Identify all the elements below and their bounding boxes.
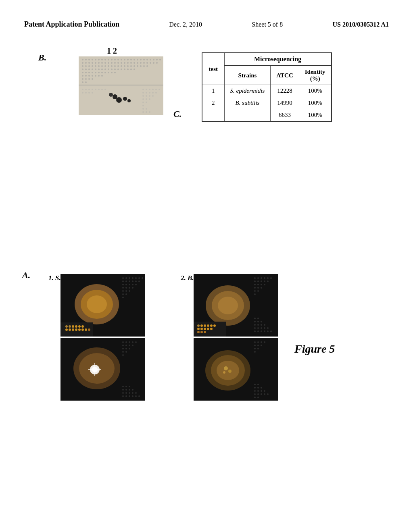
svg-point-184 [125, 281, 127, 282]
svg-point-33 [98, 62, 100, 64]
svg-point-167 [81, 325, 84, 328]
svg-point-31 [92, 62, 93, 64]
table-cell-strains-2: B. subtilis [224, 97, 271, 109]
svg-point-320 [254, 351, 256, 353]
svg-point-250 [200, 324, 203, 327]
svg-point-13 [114, 59, 116, 60]
svg-point-80 [104, 69, 106, 70]
svg-point-223 [122, 351, 124, 353]
svg-point-196 [129, 287, 130, 289]
svg-point-114 [109, 93, 113, 97]
svg-point-264 [257, 277, 259, 279]
svg-point-82 [111, 69, 113, 70]
svg-point-27 [159, 59, 161, 60]
svg-point-225 [122, 354, 124, 356]
svg-point-129 [88, 92, 90, 94]
svg-point-188 [138, 281, 140, 282]
svg-point-104 [92, 75, 93, 77]
svg-point-290 [257, 324, 259, 326]
svg-point-160 [87, 295, 107, 313]
svg-point-44 [133, 62, 135, 64]
svg-point-56 [95, 65, 96, 67]
section-b-number: 1 2 [107, 46, 117, 56]
svg-point-309 [228, 370, 232, 373]
svg-point-334 [267, 393, 269, 395]
table-header-strains: Strains [224, 66, 271, 85]
svg-point-117 [123, 97, 127, 101]
svg-point-282 [257, 290, 259, 292]
svg-point-176 [122, 277, 124, 279]
svg-point-235 [129, 392, 130, 394]
svg-point-269 [254, 281, 256, 282]
section-c-label: C. [173, 109, 181, 119]
svg-point-87 [127, 69, 129, 70]
svg-point-75 [88, 69, 90, 70]
svg-point-163 [69, 325, 71, 328]
svg-point-24 [150, 59, 151, 60]
svg-point-3 [82, 59, 83, 60]
svg-point-12 [111, 59, 113, 60]
svg-point-5 [88, 59, 90, 60]
svg-point-103 [88, 75, 90, 77]
svg-point-98 [108, 72, 109, 73]
svg-point-101 [82, 75, 83, 77]
svg-point-336 [257, 397, 259, 398]
svg-point-6 [92, 59, 93, 60]
svg-point-294 [257, 327, 259, 329]
svg-point-227 [125, 386, 127, 387]
svg-point-259 [210, 328, 213, 330]
svg-point-144 [149, 95, 150, 97]
svg-point-272 [264, 281, 265, 282]
svg-point-326 [254, 390, 256, 392]
svg-point-308 [224, 366, 228, 370]
svg-point-275 [257, 284, 259, 285]
svg-point-64 [121, 65, 122, 67]
svg-point-52 [82, 65, 83, 67]
svg-point-221 [125, 348, 127, 349]
svg-point-77 [95, 69, 96, 70]
svg-point-28 [82, 62, 83, 64]
svg-point-256 [200, 328, 203, 330]
svg-point-260 [197, 331, 200, 333]
svg-point-14 [117, 59, 119, 60]
svg-point-281 [254, 290, 256, 292]
svg-point-200 [129, 290, 130, 292]
svg-point-133 [149, 89, 150, 90]
svg-point-173 [81, 328, 84, 331]
svg-point-289 [254, 324, 256, 326]
svg-point-242 [135, 395, 137, 397]
svg-point-47 [143, 62, 145, 64]
svg-point-85 [121, 69, 122, 70]
svg-rect-0 [79, 56, 163, 85]
svg-point-78 [98, 69, 100, 70]
svg-point-251 [204, 324, 206, 327]
svg-point-93 [92, 72, 93, 73]
svg-point-140 [152, 92, 154, 94]
svg-point-108 [82, 78, 83, 80]
svg-point-236 [132, 392, 133, 394]
svg-point-112 [82, 81, 83, 83]
svg-point-211 [122, 341, 124, 343]
svg-point-241 [132, 395, 133, 397]
svg-point-218 [129, 345, 130, 346]
svg-point-333 [264, 393, 265, 395]
svg-point-180 [135, 277, 137, 279]
svg-point-36 [108, 62, 109, 64]
section-1-microarray-container [60, 274, 145, 401]
svg-point-214 [132, 341, 133, 343]
svg-point-315 [254, 345, 256, 346]
svg-point-203 [122, 297, 124, 298]
svg-point-178 [129, 277, 130, 279]
svg-point-137 [142, 92, 144, 94]
svg-point-11 [108, 59, 109, 60]
svg-point-168 [65, 328, 68, 331]
svg-point-177 [125, 277, 127, 279]
section-1-microarray-bottom [60, 338, 145, 401]
microarray-svg-2-bottom [194, 338, 278, 401]
svg-point-53 [85, 65, 87, 67]
svg-point-138 [146, 92, 147, 94]
microsequencing-table: test Microsequencing Strains ATCC Identi… [202, 52, 332, 122]
svg-point-58 [101, 65, 103, 67]
svg-point-198 [122, 290, 124, 292]
svg-point-278 [254, 287, 256, 289]
